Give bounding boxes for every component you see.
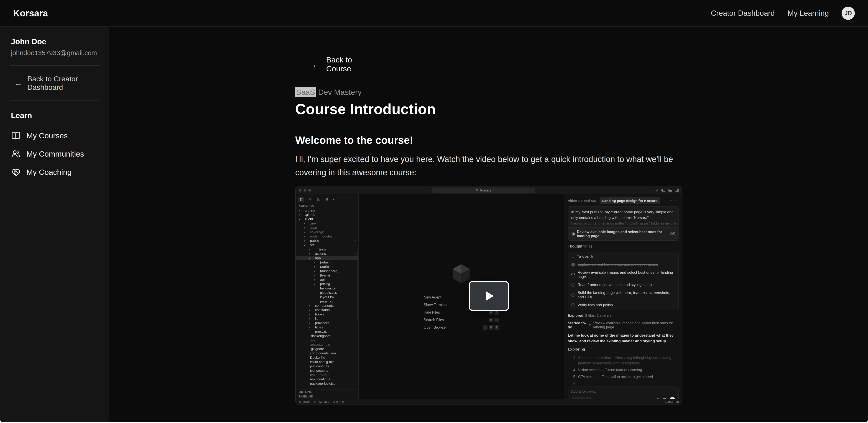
file-tree-row: coverage	[296, 230, 359, 234]
file-tree-row: (auth)	[296, 264, 359, 269]
todos-title: To-dos	[577, 255, 589, 259]
file-tree-row: lib	[296, 316, 359, 321]
nav-creator-dashboard[interactable]: Creator Dashboard	[711, 9, 775, 18]
chevron-icon	[313, 269, 316, 273]
file-tree-row: components.json	[296, 351, 359, 355]
file-name: client	[305, 217, 313, 221]
user-message-text: In my Next.js client, my current home pa…	[568, 206, 678, 222]
search-icon	[476, 189, 478, 192]
todo-status-icon	[571, 263, 575, 266]
sidebar: John Doe johndoe1357933@gmail.com ← Back…	[0, 27, 109, 422]
file-name: favicon.ico	[320, 286, 336, 290]
file-name: public	[310, 238, 319, 243]
thought-time: for 1s	[583, 244, 592, 248]
todo-label: Verify lints and polish	[578, 303, 613, 307]
file-name: (dashboard)	[320, 269, 339, 273]
warnings-count: 0	[342, 400, 344, 403]
started-todo-line: Started to-do ⊘ Review available images …	[568, 321, 679, 329]
status-right: Cursor Tab	[664, 400, 679, 403]
sidebar-item-my-communities[interactable]: My Communities	[11, 149, 99, 159]
file-tree-row: components	[296, 303, 359, 308]
editor-empty-state: New Agent ⇧⌘L Show Terminal ⌘J Hide File…	[359, 194, 564, 399]
file-tree-row: page.tsx	[296, 299, 359, 303]
back-to-creator-dashboard-link[interactable]: ← Back to Creator Dashboard	[14, 75, 99, 92]
history-clock-icon	[675, 199, 679, 203]
file-tree-row: (dashboard)	[296, 269, 359, 273]
explorer-toolbar: ▾	[296, 196, 359, 203]
file-name: .env.example	[310, 342, 330, 346]
play-button[interactable]	[469, 281, 509, 311]
status-left: main* ↻ Korsara ⊘ 0 △ 0	[299, 400, 344, 403]
started-label: Started to-do	[568, 321, 587, 329]
file-tree-row: .env.example	[296, 342, 359, 347]
arrow-left-icon: ←	[312, 59, 320, 69]
file-name: app	[315, 256, 321, 260]
git-branch-status: main*	[299, 400, 310, 403]
file-name: constants	[315, 308, 330, 312]
file-tree-row: .env	[296, 338, 359, 342]
timeline-section-label: TIMELINE	[296, 394, 359, 399]
chevron-icon	[303, 239, 306, 243]
explorer-scrollbar	[357, 251, 358, 320]
chevron-icon	[308, 248, 311, 251]
chat-header-icons: +	[670, 198, 679, 203]
progress-pie-icon	[571, 232, 575, 236]
toggle-left-panel-icon	[661, 189, 665, 192]
project-root-label: KORSARA	[296, 203, 359, 208]
file-tree-row: hooks	[296, 312, 359, 316]
file-tree-row: jest.config.ts	[296, 364, 359, 368]
chevron-icon	[313, 278, 316, 281]
file-name: .swc	[310, 226, 317, 229]
explored-summary: Explored 3 files, 1 search	[568, 314, 679, 318]
sidebar-item-my-courses[interactable]: My Courses	[11, 131, 99, 140]
file-tree-row: proxy.ts	[296, 329, 359, 334]
sidebar-item-my-coaching[interactable]: My Coaching	[11, 167, 99, 177]
cursor-logo	[452, 263, 471, 284]
file-tree-row: globals.css	[296, 290, 359, 295]
todo-item: Verify lints and polish	[571, 303, 675, 307]
handshake-icon	[11, 167, 21, 177]
file-tree-row: (admin)	[296, 260, 359, 264]
problems-status: ⊘ 0 △ 0	[333, 400, 344, 403]
file-tree-row: favicon.ico	[296, 286, 359, 290]
files-tab-icon	[298, 197, 304, 202]
file-name: .dockerignore	[310, 334, 331, 338]
file-name: hooks	[315, 312, 324, 316]
file-tree-row: .gitignore	[296, 347, 359, 351]
file-tree-row: .cursor	[296, 208, 359, 213]
follow-up-input: Add a follow-up	[571, 390, 675, 394]
sidebar-item-label: My Courses	[26, 131, 68, 140]
window-zoom-icon	[308, 189, 311, 192]
source-control-icon	[316, 197, 321, 202]
file-tree-row: Dockerfile	[296, 355, 359, 360]
video-player[interactable]: ← Korsara ··· ⇄	[295, 186, 682, 405]
file-name: .github	[305, 213, 315, 217]
chevron-icon	[303, 226, 306, 229]
menu-item-label: Search Files	[424, 318, 444, 322]
errors-count: 0	[336, 400, 338, 403]
file-name: lib	[315, 316, 318, 320]
window-controls	[299, 189, 311, 192]
file-tree-row: types	[296, 325, 359, 329]
chevron-icon	[308, 317, 311, 320]
file-tree-row: node_modules	[296, 234, 359, 238]
nav-my-learning[interactable]: My Learning	[787, 9, 829, 18]
file-tree-row: .dockerignore	[296, 334, 359, 338]
chevron-icon	[308, 321, 311, 325]
page-title: Course Introduction	[295, 101, 682, 118]
modified-dot-icon	[354, 244, 359, 246]
file-tree-row: pricing	[296, 282, 359, 286]
file-tree: .cursor .github	[296, 208, 359, 390]
exploring-list: 3. Screenshots section – Alternating lef…	[568, 354, 679, 387]
brand-logo[interactable]: Korsara	[13, 8, 48, 19]
avatar[interactable]: JD	[842, 7, 855, 20]
search-tool-icon	[307, 197, 313, 202]
chevron-icon	[308, 304, 311, 307]
errors-icon: ⊘	[333, 400, 335, 403]
sidebar-item-label: My Communities	[26, 149, 84, 159]
file-name: api	[320, 278, 325, 281]
todo-label: Review available images and select best …	[578, 270, 675, 279]
file-name: components.json	[310, 351, 336, 355]
file-tree-row: next.config.ts	[296, 377, 359, 381]
back-to-course-link[interactable]: ← Back to Course	[312, 55, 375, 73]
